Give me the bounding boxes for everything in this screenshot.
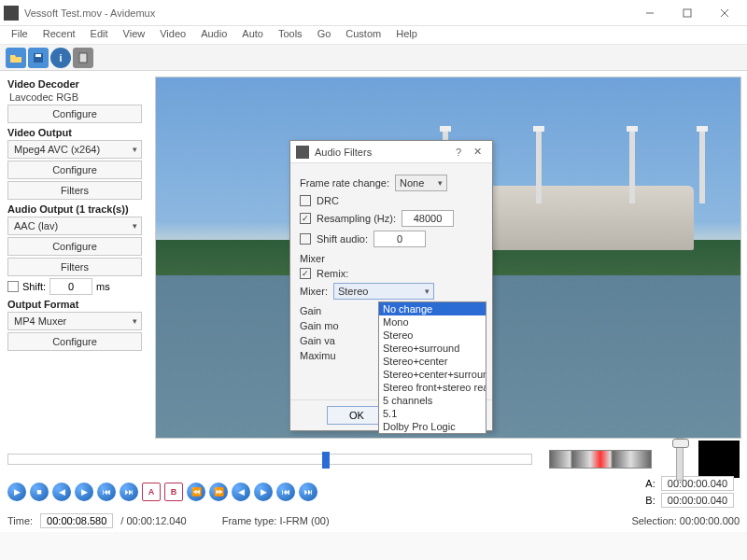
- video-output-configure-button[interactable]: Configure: [7, 161, 142, 179]
- menu-tools[interactable]: Tools: [271, 26, 310, 44]
- frame-rate-select[interactable]: None▾: [395, 175, 447, 191]
- gain-mode-label: Gain mo: [300, 320, 339, 331]
- resample-input[interactable]: 48000: [402, 210, 454, 227]
- window-title: Vessoft Test.mov - Avidemux: [24, 7, 631, 19]
- set-marker-b-button[interactable]: B: [164, 483, 183, 501]
- audio-scope: [698, 441, 740, 478]
- transport-controls: ▶ ■ ◀ ▶ ⏮ ⏭ A B ⏪ ⏩ ◀ ▶ ⏮ ⏭ A: 00:00:00.…: [7, 476, 740, 508]
- prev-frame-button[interactable]: ◀: [52, 483, 71, 501]
- calculator-icon[interactable]: [73, 48, 93, 68]
- next-black-button[interactable]: ▶: [254, 483, 273, 501]
- window-titlebar: Vessoft Test.mov - Avidemux: [0, 0, 747, 26]
- set-marker-a-button[interactable]: A: [142, 483, 161, 501]
- menu-edit[interactable]: Edit: [83, 26, 116, 44]
- time-value[interactable]: 00:00:08.580: [40, 513, 113, 528]
- bottom-panel: ▶ ■ ◀ ▶ ⏮ ⏭ A B ⏪ ⏩ ◀ ▶ ⏮ ⏭ A: 00:00:00.…: [0, 444, 747, 532]
- prev-cut-button[interactable]: ⏪: [187, 483, 205, 501]
- minimize-button[interactable]: [631, 0, 669, 26]
- menu-view[interactable]: View: [116, 26, 153, 44]
- output-format-label: Output Format: [7, 299, 142, 310]
- remix-checkbox[interactable]: [300, 268, 311, 279]
- volume-slider[interactable]: [676, 438, 684, 481]
- close-button[interactable]: [706, 0, 743, 26]
- audio-output-configure-button[interactable]: Configure: [7, 237, 142, 256]
- video-output-select[interactable]: Mpeg4 AVC (x264) ▾: [7, 140, 142, 159]
- dialog-help-button[interactable]: ?: [449, 147, 468, 158]
- shift-audio-input[interactable]: 0: [374, 231, 426, 247]
- next-cut-button[interactable]: ⏩: [209, 483, 228, 501]
- chevron-down-icon: ▾: [133, 145, 137, 154]
- time-label: Time:: [7, 515, 33, 526]
- menu-go[interactable]: Go: [310, 26, 339, 44]
- dialog-close-button[interactable]: ✕: [468, 146, 486, 158]
- timeline-playhead[interactable]: [322, 452, 330, 469]
- dialog-titlebar[interactable]: Audio Filters ? ✕: [290, 141, 492, 163]
- mixer-option[interactable]: Dolby Pro Logic: [379, 420, 486, 433]
- frame-rate-label: Frame rate change:: [300, 177, 389, 189]
- next-frame-button[interactable]: ▶: [75, 483, 93, 501]
- stop-button[interactable]: ■: [30, 483, 49, 501]
- output-format-configure-button[interactable]: Configure: [7, 332, 142, 351]
- drc-label: DRC: [317, 195, 339, 206]
- audio-filters-dialog: Audio Filters ? ✕ Frame rate change: Non…: [289, 140, 493, 431]
- mixer-option[interactable]: Stereo front+stereo rear: [379, 381, 486, 394]
- output-format-value: MP4 Muxer: [14, 315, 66, 327]
- jog-wheel[interactable]: [549, 450, 652, 469]
- marker-a-label: A:: [645, 478, 655, 489]
- open-icon[interactable]: [6, 48, 26, 68]
- info-icon[interactable]: i: [50, 48, 71, 68]
- menu-custom[interactable]: Custom: [338, 26, 388, 44]
- video-decoder-label: Video Decoder: [7, 78, 142, 90]
- svg-rect-5: [35, 54, 41, 57]
- menu-audio[interactable]: Audio: [193, 26, 234, 44]
- frame-type-label: Frame type: I-FRM (00): [222, 515, 330, 526]
- gain-value-label: Gain va: [300, 335, 335, 346]
- shift-audio-checkbox[interactable]: [300, 233, 311, 245]
- volume-knob[interactable]: [672, 439, 689, 448]
- decoder-configure-button[interactable]: Configure: [7, 105, 142, 123]
- goto-end-button[interactable]: ⏭: [299, 483, 317, 501]
- video-output-label: Video Output: [7, 127, 142, 138]
- drc-checkbox[interactable]: [300, 195, 311, 206]
- audio-output-filters-button[interactable]: Filters: [7, 258, 142, 276]
- shift-checkbox[interactable]: [7, 281, 19, 292]
- mixer-dropdown-list[interactable]: No change Mono Stereo Stereo+surround St…: [378, 301, 486, 434]
- resample-checkbox[interactable]: [300, 213, 311, 224]
- mixer-option[interactable]: 5.1: [379, 407, 486, 420]
- dialog-icon: [296, 146, 309, 159]
- next-key-button[interactable]: ⏭: [120, 483, 138, 501]
- mixer-option[interactable]: Stereo+center+surround: [379, 368, 486, 381]
- selection-label: Selection: 00:00:00.000: [631, 515, 740, 526]
- play-button[interactable]: ▶: [7, 483, 26, 501]
- timeline-slider[interactable]: [7, 454, 532, 465]
- shift-audio-label: Shift audio:: [317, 233, 368, 245]
- save-icon[interactable]: [28, 48, 49, 68]
- output-format-select[interactable]: MP4 Muxer ▾: [7, 312, 142, 330]
- mixer-select[interactable]: Stereo▾: [333, 283, 434, 300]
- shift-unit: ms: [96, 281, 110, 292]
- shift-spinbox[interactable]: 0: [49, 278, 92, 295]
- menu-help[interactable]: Help: [388, 26, 425, 44]
- mixer-option[interactable]: Stereo: [379, 329, 486, 342]
- audio-output-select[interactable]: AAC (lav) ▾: [7, 217, 142, 235]
- menu-video[interactable]: Video: [152, 26, 193, 44]
- goto-start-button[interactable]: ⏮: [276, 483, 295, 501]
- video-output-filters-button[interactable]: Filters: [7, 181, 142, 200]
- decoder-info: Lavcodec RGB: [9, 91, 140, 103]
- prev-black-button[interactable]: ◀: [232, 483, 250, 501]
- menu-file[interactable]: File: [4, 26, 35, 44]
- dialog-title: Audio Filters: [315, 147, 449, 158]
- mixer-option[interactable]: Stereo+center: [379, 355, 486, 368]
- menu-recent[interactable]: Recent: [35, 26, 83, 44]
- toolbar: i: [0, 45, 747, 71]
- mixer-option[interactable]: 5 channels: [379, 394, 486, 407]
- mixer-option[interactable]: No change: [379, 302, 486, 315]
- marker-a-value: 00:00:00.040: [661, 476, 734, 491]
- menu-auto[interactable]: Auto: [234, 26, 271, 44]
- mixer-option[interactable]: Mono: [379, 315, 486, 329]
- mixer-option[interactable]: Stereo+surround: [379, 342, 486, 355]
- prev-key-button[interactable]: ⏮: [97, 483, 116, 501]
- resample-label: Resampling (Hz):: [317, 213, 396, 224]
- maximize-button[interactable]: [669, 0, 706, 26]
- video-output-value: Mpeg4 AVC (x264): [14, 144, 100, 155]
